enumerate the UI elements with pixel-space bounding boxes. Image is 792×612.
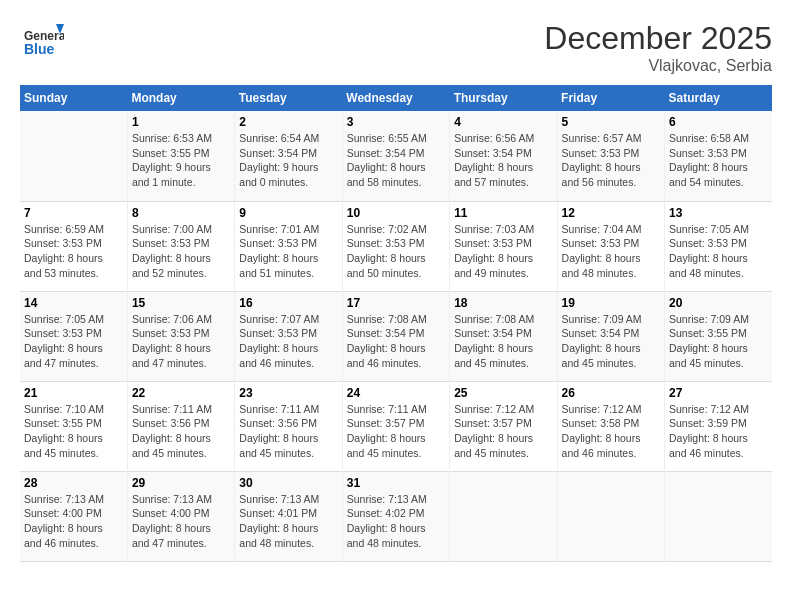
day-info: Sunrise: 7:12 AMSunset: 3:59 PMDaylight:… [669, 402, 768, 461]
day-info: Sunrise: 6:57 AMSunset: 3:53 PMDaylight:… [562, 131, 660, 190]
day-cell: 25Sunrise: 7:12 AMSunset: 3:57 PMDayligh… [450, 381, 557, 471]
day-cell: 5Sunrise: 6:57 AMSunset: 3:53 PMDaylight… [557, 111, 664, 201]
day-number: 7 [24, 206, 123, 220]
day-number: 9 [239, 206, 337, 220]
day-info: Sunrise: 6:58 AMSunset: 3:53 PMDaylight:… [669, 131, 768, 190]
day-number: 22 [132, 386, 230, 400]
day-cell: 31Sunrise: 7:13 AMSunset: 4:02 PMDayligh… [342, 471, 449, 561]
day-cell: 14Sunrise: 7:05 AMSunset: 3:53 PMDayligh… [20, 291, 127, 381]
week-row-3: 14Sunrise: 7:05 AMSunset: 3:53 PMDayligh… [20, 291, 772, 381]
day-number: 29 [132, 476, 230, 490]
logo: General Blue [20, 20, 64, 64]
header-day-monday: Monday [127, 85, 234, 111]
day-cell: 20Sunrise: 7:09 AMSunset: 3:55 PMDayligh… [665, 291, 772, 381]
day-number: 5 [562, 115, 660, 129]
day-cell [557, 471, 664, 561]
day-info: Sunrise: 6:55 AMSunset: 3:54 PMDaylight:… [347, 131, 445, 190]
day-cell: 24Sunrise: 7:11 AMSunset: 3:57 PMDayligh… [342, 381, 449, 471]
day-number: 18 [454, 296, 552, 310]
day-info: Sunrise: 7:07 AMSunset: 3:53 PMDaylight:… [239, 312, 337, 371]
day-info: Sunrise: 7:11 AMSunset: 3:56 PMDaylight:… [132, 402, 230, 461]
day-number: 16 [239, 296, 337, 310]
day-info: Sunrise: 7:05 AMSunset: 3:53 PMDaylight:… [24, 312, 123, 371]
day-number: 17 [347, 296, 445, 310]
day-number: 14 [24, 296, 123, 310]
day-number: 24 [347, 386, 445, 400]
day-number: 27 [669, 386, 768, 400]
day-info: Sunrise: 7:13 AMSunset: 4:00 PMDaylight:… [24, 492, 123, 551]
day-info: Sunrise: 7:01 AMSunset: 3:53 PMDaylight:… [239, 222, 337, 281]
day-number: 23 [239, 386, 337, 400]
day-cell: 19Sunrise: 7:09 AMSunset: 3:54 PMDayligh… [557, 291, 664, 381]
day-info: Sunrise: 7:09 AMSunset: 3:54 PMDaylight:… [562, 312, 660, 371]
day-info: Sunrise: 7:12 AMSunset: 3:57 PMDaylight:… [454, 402, 552, 461]
day-info: Sunrise: 7:11 AMSunset: 3:57 PMDaylight:… [347, 402, 445, 461]
day-number: 12 [562, 206, 660, 220]
day-cell [20, 111, 127, 201]
day-cell: 11Sunrise: 7:03 AMSunset: 3:53 PMDayligh… [450, 201, 557, 291]
day-number: 1 [132, 115, 230, 129]
day-cell: 7Sunrise: 6:59 AMSunset: 3:53 PMDaylight… [20, 201, 127, 291]
header-day-thursday: Thursday [450, 85, 557, 111]
day-info: Sunrise: 7:06 AMSunset: 3:53 PMDaylight:… [132, 312, 230, 371]
day-info: Sunrise: 7:05 AMSunset: 3:53 PMDaylight:… [669, 222, 768, 281]
day-cell: 21Sunrise: 7:10 AMSunset: 3:55 PMDayligh… [20, 381, 127, 471]
day-number: 10 [347, 206, 445, 220]
day-number: 13 [669, 206, 768, 220]
day-cell: 1Sunrise: 6:53 AMSunset: 3:55 PMDaylight… [127, 111, 234, 201]
day-cell [665, 471, 772, 561]
day-info: Sunrise: 7:13 AMSunset: 4:02 PMDaylight:… [347, 492, 445, 551]
day-info: Sunrise: 7:13 AMSunset: 4:00 PMDaylight:… [132, 492, 230, 551]
day-number: 20 [669, 296, 768, 310]
day-number: 26 [562, 386, 660, 400]
day-info: Sunrise: 7:09 AMSunset: 3:55 PMDaylight:… [669, 312, 768, 371]
day-info: Sunrise: 7:11 AMSunset: 3:56 PMDaylight:… [239, 402, 337, 461]
day-cell: 17Sunrise: 7:08 AMSunset: 3:54 PMDayligh… [342, 291, 449, 381]
day-cell: 27Sunrise: 7:12 AMSunset: 3:59 PMDayligh… [665, 381, 772, 471]
logo-svg: General Blue [20, 20, 64, 64]
day-cell: 23Sunrise: 7:11 AMSunset: 3:56 PMDayligh… [235, 381, 342, 471]
day-info: Sunrise: 7:13 AMSunset: 4:01 PMDaylight:… [239, 492, 337, 551]
day-number: 25 [454, 386, 552, 400]
week-row-1: 1Sunrise: 6:53 AMSunset: 3:55 PMDaylight… [20, 111, 772, 201]
day-cell: 4Sunrise: 6:56 AMSunset: 3:54 PMDaylight… [450, 111, 557, 201]
day-cell: 8Sunrise: 7:00 AMSunset: 3:53 PMDaylight… [127, 201, 234, 291]
day-cell: 18Sunrise: 7:08 AMSunset: 3:54 PMDayligh… [450, 291, 557, 381]
calendar-table: SundayMondayTuesdayWednesdayThursdayFrid… [20, 85, 772, 562]
day-number: 2 [239, 115, 337, 129]
header-day-tuesday: Tuesday [235, 85, 342, 111]
day-cell: 16Sunrise: 7:07 AMSunset: 3:53 PMDayligh… [235, 291, 342, 381]
day-info: Sunrise: 6:56 AMSunset: 3:54 PMDaylight:… [454, 131, 552, 190]
title-block: December 2025 Vlajkovac, Serbia [544, 20, 772, 75]
day-cell: 10Sunrise: 7:02 AMSunset: 3:53 PMDayligh… [342, 201, 449, 291]
day-cell: 3Sunrise: 6:55 AMSunset: 3:54 PMDaylight… [342, 111, 449, 201]
week-row-2: 7Sunrise: 6:59 AMSunset: 3:53 PMDaylight… [20, 201, 772, 291]
day-cell: 29Sunrise: 7:13 AMSunset: 4:00 PMDayligh… [127, 471, 234, 561]
day-cell: 6Sunrise: 6:58 AMSunset: 3:53 PMDaylight… [665, 111, 772, 201]
day-number: 11 [454, 206, 552, 220]
day-info: Sunrise: 7:03 AMSunset: 3:53 PMDaylight:… [454, 222, 552, 281]
day-info: Sunrise: 7:12 AMSunset: 3:58 PMDaylight:… [562, 402, 660, 461]
day-info: Sunrise: 7:00 AMSunset: 3:53 PMDaylight:… [132, 222, 230, 281]
day-cell: 22Sunrise: 7:11 AMSunset: 3:56 PMDayligh… [127, 381, 234, 471]
day-number: 31 [347, 476, 445, 490]
day-number: 8 [132, 206, 230, 220]
week-row-4: 21Sunrise: 7:10 AMSunset: 3:55 PMDayligh… [20, 381, 772, 471]
day-number: 4 [454, 115, 552, 129]
day-info: Sunrise: 7:04 AMSunset: 3:53 PMDaylight:… [562, 222, 660, 281]
day-cell: 13Sunrise: 7:05 AMSunset: 3:53 PMDayligh… [665, 201, 772, 291]
day-info: Sunrise: 7:10 AMSunset: 3:55 PMDaylight:… [24, 402, 123, 461]
day-number: 6 [669, 115, 768, 129]
day-cell [450, 471, 557, 561]
day-cell: 12Sunrise: 7:04 AMSunset: 3:53 PMDayligh… [557, 201, 664, 291]
day-number: 3 [347, 115, 445, 129]
day-number: 19 [562, 296, 660, 310]
day-info: Sunrise: 6:59 AMSunset: 3:53 PMDaylight:… [24, 222, 123, 281]
week-row-5: 28Sunrise: 7:13 AMSunset: 4:00 PMDayligh… [20, 471, 772, 561]
day-number: 30 [239, 476, 337, 490]
day-cell: 9Sunrise: 7:01 AMSunset: 3:53 PMDaylight… [235, 201, 342, 291]
day-info: Sunrise: 7:08 AMSunset: 3:54 PMDaylight:… [347, 312, 445, 371]
day-info: Sunrise: 6:54 AMSunset: 3:54 PMDaylight:… [239, 131, 337, 190]
day-number: 21 [24, 386, 123, 400]
header-day-saturday: Saturday [665, 85, 772, 111]
